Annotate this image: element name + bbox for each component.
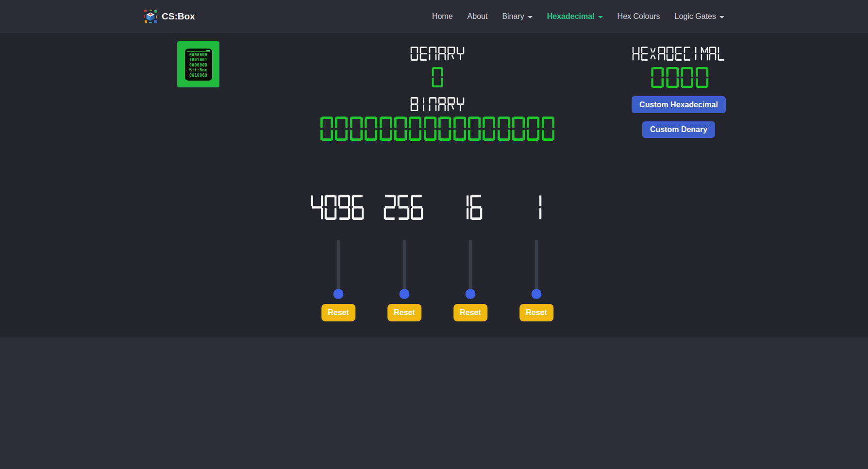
footer: About Project GitHub Social Media (0, 337, 868, 469)
csbox-logo-icon (144, 10, 157, 23)
hex-digit-slider-thumb[interactable] (334, 289, 344, 299)
reset-button-256[interactable]: Reset (387, 304, 421, 321)
navbar-brand[interactable]: CS:Box (144, 10, 195, 23)
hex-digit-slider-thumb[interactable] (466, 289, 476, 299)
nav-item-binary[interactable]: Binary (502, 12, 532, 21)
hex-digit-slider-track[interactable] (403, 240, 406, 294)
caret-down-icon (719, 16, 724, 18)
bitbox-terminal-icon: 0000000 1001001 0000000 Bit:Box 0010000 (185, 49, 212, 81)
place-value-16 (457, 195, 483, 220)
reset-button-4096[interactable]: Reset (321, 304, 355, 321)
hex-digit-slider-track[interactable] (469, 240, 472, 294)
custom-denary-button[interactable]: Custom Denary (642, 121, 715, 138)
nav-item-logic-gates[interactable]: Logic Gates (675, 12, 724, 21)
bitbox-logo-text: 0000000 1001001 0000000 Bit:Box 0010000 (187, 53, 210, 79)
place-value-1 (530, 195, 542, 220)
binary-label (411, 97, 465, 111)
nav-item-home[interactable]: Home (432, 12, 453, 21)
denary-value-display (432, 67, 443, 87)
hex-digit-slider-track[interactable] (535, 240, 538, 294)
reset-button-1[interactable]: Reset (519, 304, 553, 321)
hex-digit-slider-thumb[interactable] (532, 289, 542, 299)
navbar: CS:Box Home About Binary Hexadecimal Hex… (0, 0, 868, 33)
reset-button-16[interactable]: Reset (453, 304, 487, 321)
custom-hexadecimal-button[interactable]: Custom Hexadecimal (632, 96, 726, 113)
caret-down-icon (598, 16, 603, 18)
hexadecimal-value-display (651, 67, 708, 88)
binary-value-display (320, 117, 554, 141)
hex-digit-slider-track[interactable] (337, 240, 340, 294)
hex-digit-slider-thumb[interactable] (400, 289, 410, 299)
caret-down-icon (528, 16, 533, 18)
nav-links: Home About Binary Hexadecimal Hex Colour… (432, 12, 724, 21)
place-value-4096 (311, 195, 364, 220)
navbar-brand-label: CS:Box (162, 11, 195, 22)
nav-item-hexadecimal[interactable]: Hexadecimal (547, 12, 603, 21)
place-value-256 (384, 195, 423, 220)
bitbox-logo: 0000000 1001001 0000000 Bit:Box 0010000 (177, 41, 219, 87)
nav-item-about[interactable]: About (467, 12, 488, 21)
nav-item-hex-colours[interactable]: Hex Colours (618, 12, 660, 21)
denary-label (411, 47, 465, 61)
hexadecimal-label (633, 47, 725, 61)
